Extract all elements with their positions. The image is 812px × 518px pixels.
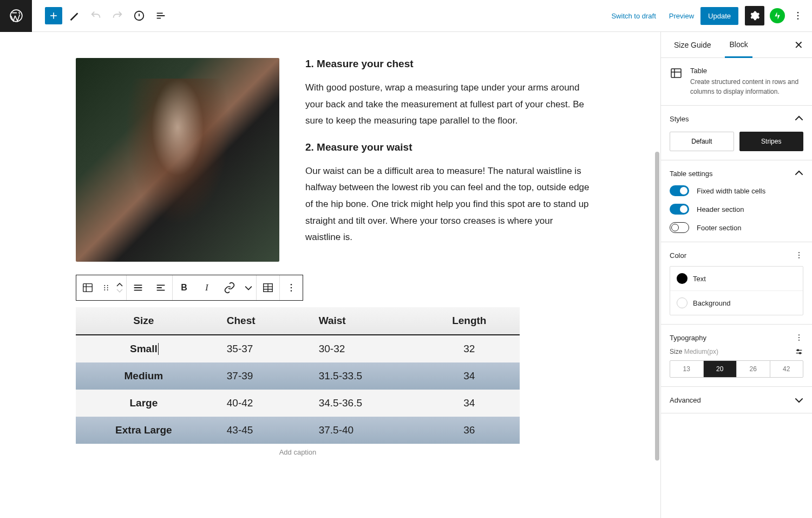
- svg-point-4: [797, 18, 799, 20]
- style-default-button[interactable]: Default: [670, 132, 734, 151]
- edit-table-icon[interactable]: [257, 275, 279, 300]
- undo-icon: [86, 6, 106, 25]
- paragraph-1[interactable]: With good posture, wrap a measuring tape…: [305, 80, 590, 130]
- size-seg-42[interactable]: 42: [770, 361, 803, 377]
- styles-panel: Styles Default Stripes: [661, 106, 812, 160]
- svg-point-14: [291, 287, 292, 289]
- tab-document[interactable]: Size Guide: [670, 33, 715, 57]
- background-color-swatch: [677, 297, 687, 308]
- editor-topbar: Switch to draft Preview Update: [0, 0, 812, 32]
- bold-icon[interactable]: B: [173, 275, 195, 300]
- style-stripes-button[interactable]: Stripes: [739, 132, 804, 151]
- list-view-icon[interactable]: [151, 6, 171, 25]
- svg-point-24: [800, 352, 801, 354]
- editor-canvas[interactable]: 1. Measure your chest With good posture,…: [0, 32, 660, 518]
- more-options-icon[interactable]: [788, 6, 808, 25]
- tab-block[interactable]: Block: [725, 33, 752, 58]
- svg-point-20: [798, 334, 800, 335]
- redo-icon: [108, 6, 127, 25]
- more-vertical-icon[interactable]: [795, 333, 803, 342]
- svg-point-11: [107, 289, 108, 290]
- svg-point-10: [107, 287, 108, 288]
- svg-point-19: [798, 257, 800, 258]
- jetpack-icon[interactable]: [770, 8, 785, 23]
- svg-point-13: [291, 284, 292, 286]
- size-table[interactable]: Size Chest Waist Length Small 35-37 30-3…: [76, 307, 520, 444]
- size-seg-26[interactable]: 26: [737, 361, 770, 377]
- italic-icon[interactable]: I: [195, 275, 218, 300]
- advanced-panel[interactable]: Advanced: [661, 387, 812, 413]
- settings-button[interactable]: [745, 6, 764, 25]
- svg-point-7: [104, 287, 105, 288]
- typography-header[interactable]: Typography: [670, 333, 803, 342]
- document-overview-icon[interactable]: [129, 6, 149, 25]
- heading-1[interactable]: 1. Measure your chest: [305, 58, 590, 70]
- column-align-icon[interactable]: [149, 275, 172, 300]
- block-description: Create structured content in rows and co…: [690, 77, 803, 96]
- link-icon[interactable]: [218, 275, 241, 300]
- text-color-row[interactable]: Text: [670, 267, 803, 291]
- wordpress-logo[interactable]: [0, 0, 32, 32]
- table-header[interactable]: Waist: [304, 307, 419, 335]
- svg-point-2: [797, 12, 799, 14]
- svg-point-15: [291, 290, 292, 292]
- table-row: Medium 37-39 31.5-33.5 34: [76, 362, 520, 390]
- fixed-width-toggle[interactable]: [670, 185, 689, 196]
- switch-to-draft-button[interactable]: Switch to draft: [605, 8, 662, 24]
- align-icon[interactable]: [127, 275, 149, 300]
- svg-rect-5: [83, 284, 93, 292]
- size-seg-20[interactable]: 20: [704, 361, 737, 377]
- update-button[interactable]: Update: [700, 7, 738, 25]
- background-color-row[interactable]: Background: [670, 291, 803, 315]
- chevron-up-icon: [795, 114, 803, 123]
- table-settings-panel: Table settings Fixed width table cells H…: [661, 160, 812, 242]
- table-row: Large 40-42 34.5-36.5 34: [76, 390, 520, 417]
- more-vertical-icon[interactable]: [795, 251, 803, 260]
- sidebar-tabs: Size Guide Block ✕: [661, 32, 812, 58]
- block-info-panel: Table Create structured content in rows …: [661, 58, 812, 106]
- block-toolbar: B I: [76, 275, 303, 301]
- featured-image[interactable]: [76, 58, 279, 262]
- styles-toggle[interactable]: Styles: [670, 114, 803, 123]
- svg-point-9: [107, 285, 108, 286]
- block-name: Table: [690, 67, 803, 75]
- block-type-icon[interactable]: [76, 275, 99, 300]
- header-section-toggle[interactable]: [670, 204, 689, 215]
- svg-point-18: [798, 255, 800, 256]
- svg-point-23: [797, 349, 799, 351]
- svg-point-8: [104, 289, 105, 290]
- scrollbar[interactable]: [655, 152, 659, 461]
- table-row: Extra Large 43-45 37.5-40 36: [76, 417, 520, 444]
- table-header[interactable]: Chest: [212, 307, 304, 335]
- table-header[interactable]: Size: [76, 307, 212, 335]
- svg-point-22: [798, 340, 800, 341]
- paragraph-2[interactable]: Our waist can be a difficult area to mea…: [305, 163, 590, 246]
- svg-point-21: [798, 337, 800, 338]
- close-sidebar-icon[interactable]: ✕: [794, 38, 803, 51]
- footer-section-toggle[interactable]: [670, 222, 689, 233]
- table-row: Small 35-37 30-32 32: [76, 335, 520, 362]
- tools-icon[interactable]: [64, 6, 84, 25]
- size-seg-13[interactable]: 13: [670, 361, 704, 377]
- table-header[interactable]: Length: [419, 307, 520, 335]
- drag-handle-icon[interactable]: [99, 275, 113, 300]
- heading-2[interactable]: 2. Measure your waist: [305, 141, 590, 153]
- color-panel: Color Text Background: [661, 242, 812, 325]
- table-caption-input[interactable]: Add caption: [76, 444, 520, 461]
- svg-point-17: [798, 252, 800, 253]
- table-settings-toggle[interactable]: Table settings: [670, 169, 803, 178]
- color-panel-header[interactable]: Color: [670, 251, 803, 260]
- block-more-icon[interactable]: [280, 275, 303, 300]
- move-up-down-icon[interactable]: [113, 275, 126, 300]
- add-block-button[interactable]: [45, 7, 62, 24]
- svg-point-3: [797, 15, 799, 17]
- svg-rect-16: [671, 69, 681, 77]
- settings-slider-icon[interactable]: [795, 347, 803, 356]
- svg-point-6: [104, 285, 105, 286]
- preview-button[interactable]: Preview: [663, 8, 700, 24]
- text-color-swatch: [677, 273, 687, 284]
- svg-point-0: [10, 10, 22, 22]
- chevron-up-icon: [795, 169, 803, 178]
- more-formatting-icon[interactable]: [241, 275, 256, 300]
- typography-panel: Typography Size Medium(px) 13 20 26 42: [661, 325, 812, 387]
